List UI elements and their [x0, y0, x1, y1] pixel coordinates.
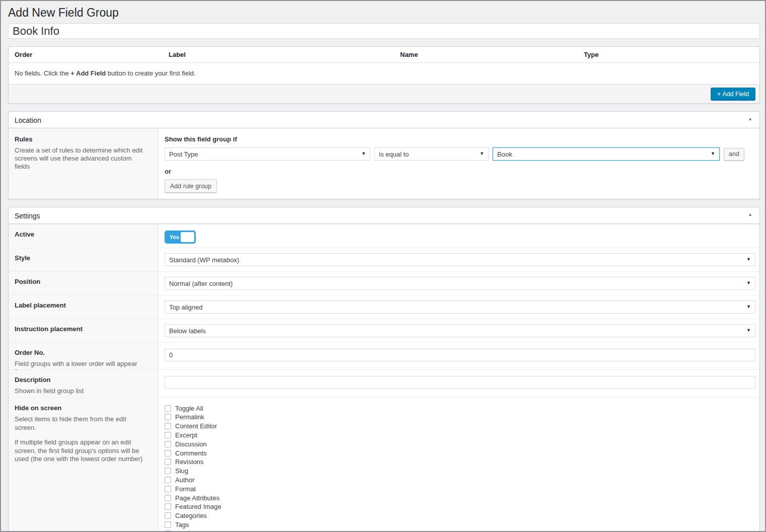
- checkbox-row-tags[interactable]: Tags: [165, 520, 755, 529]
- checkbox-label: Content Editor: [175, 422, 217, 430]
- setting-row-hide-on-screen: Hide on screen Select items to hide them…: [9, 398, 759, 532]
- style-content: Standard (WP metabox) ▼: [159, 248, 759, 271]
- dropdown-arrow-icon: ▼: [361, 151, 366, 156]
- active-label: Active: [15, 231, 148, 238]
- hide-on-screen-hint-secondary: If multiple field groups appear on an ed…: [15, 438, 148, 464]
- add-rule-group-button[interactable]: Add rule group: [165, 179, 217, 193]
- position-content: Normal (after content) ▼: [159, 272, 759, 295]
- checkbox-row-send-trackbacks[interactable]: Send Trackbacks: [165, 529, 755, 532]
- active-toggle-on-text: Yes: [170, 234, 179, 240]
- setting-row-description: Description Shown in field group list: [9, 369, 759, 398]
- checkbox-row-categories[interactable]: Categories: [165, 511, 755, 520]
- checkbox[interactable]: [165, 441, 171, 447]
- checkbox-row-author[interactable]: Author: [165, 476, 755, 485]
- field-group-title-input[interactable]: [8, 23, 760, 39]
- checkbox[interactable]: [165, 521, 171, 528]
- order-no-input[interactable]: [165, 349, 755, 361]
- description-label-column: Description Shown in field group list: [9, 370, 159, 398]
- setting-row-position: Position Normal (after content) ▼: [9, 271, 759, 295]
- rules-description: Create a set of rules to determine which…: [15, 146, 148, 171]
- checkbox[interactable]: [165, 432, 171, 438]
- checkbox[interactable]: [165, 486, 171, 492]
- dropdown-arrow-icon: ▼: [746, 281, 751, 285]
- label-placement-content: Top aligned ▼: [159, 295, 759, 319]
- checkbox-label: Excerpt: [175, 431, 197, 439]
- description-content: [159, 370, 759, 398]
- hide-on-screen-label: Hide on screen: [15, 404, 148, 412]
- acf-add-field-group-page: Add New Field Group Order Label Name Typ…: [1, 1, 765, 531]
- checkbox[interactable]: [165, 503, 171, 510]
- setting-row-style: Style Standard (WP metabox) ▼: [9, 248, 759, 271]
- checkbox[interactable]: [165, 495, 171, 501]
- checkbox-row-discussion[interactable]: Discussion: [165, 439, 755, 448]
- no-fields-text-suffix: button to create your first field.: [106, 69, 195, 77]
- position-label-column: Position: [9, 272, 159, 295]
- checkbox[interactable]: [165, 459, 171, 465]
- rule-param-value: Post Type: [169, 150, 198, 158]
- checkbox[interactable]: [165, 405, 171, 412]
- checkbox-row-page-attributes[interactable]: Page Attributes: [165, 493, 755, 502]
- checkbox-row-format[interactable]: Format: [165, 484, 755, 493]
- checkbox[interactable]: [165, 423, 171, 429]
- checkbox[interactable]: [165, 414, 171, 420]
- rule-operator-value: is equal to: [379, 150, 409, 158]
- label-placement-label: Label placement: [15, 301, 148, 309]
- toggle-knob: [181, 232, 194, 242]
- checkbox-row-content-editor[interactable]: Content Editor: [165, 422, 755, 431]
- checkbox[interactable]: [165, 450, 171, 457]
- description-input[interactable]: [165, 376, 755, 389]
- position-select[interactable]: Normal (after content) ▼: [165, 277, 755, 290]
- fields-table: Order Label Name Type No fields. Click t…: [8, 46, 760, 104]
- checkbox-row-comments[interactable]: Comments: [165, 448, 755, 458]
- page-title: Add New Field Group: [1, 1, 765, 23]
- label-placement-select[interactable]: Top aligned ▼: [165, 300, 755, 314]
- checkbox-label: Send Trackbacks: [175, 530, 225, 532]
- checkbox[interactable]: [165, 512, 171, 519]
- rule-operator-select[interactable]: is equal to ▼: [374, 147, 489, 161]
- checkbox-label: Format: [175, 485, 196, 493]
- checkbox-label: Author: [175, 476, 194, 484]
- collapse-panel-icon[interactable]: ▲: [748, 117, 752, 121]
- add-and-rule-button[interactable]: and: [724, 148, 744, 161]
- column-header-order: Order: [15, 51, 169, 58]
- setting-row-active: Active Yes: [9, 224, 759, 248]
- hide-on-screen-hint-primary: Select items to hide them from the edit …: [15, 415, 148, 432]
- add-field-button[interactable]: + Add Field: [711, 88, 755, 101]
- instruction-placement-select[interactable]: Below labels ▼: [165, 324, 755, 337]
- instruction-placement-label-column: Instruction placement: [9, 319, 159, 342]
- active-toggle[interactable]: Yes: [165, 231, 196, 244]
- location-panel-body: Rules Create a set of rules to determine…: [9, 128, 759, 199]
- checkbox-row-toggle-all[interactable]: Toggle All: [165, 404, 755, 413]
- location-rules-content: Show this field group if Post Type ▼ is …: [159, 128, 759, 199]
- rule-value-select[interactable]: Book ▼: [493, 147, 720, 161]
- active-label-column: Active: [9, 224, 159, 248]
- checkbox-label: Featured Image: [175, 503, 221, 510]
- position-label: Position: [15, 278, 148, 285]
- checkbox-label: Categories: [175, 512, 207, 519]
- checkbox-row-excerpt[interactable]: Excerpt: [165, 431, 755, 440]
- style-select[interactable]: Standard (WP metabox) ▼: [165, 253, 755, 266]
- collapse-panel-icon[interactable]: ▲: [748, 212, 752, 217]
- checkbox-row-revisions[interactable]: Revisions: [165, 458, 755, 467]
- checkbox[interactable]: [165, 477, 171, 483]
- settings-panel: Settings ▲ Active Yes Style Standard (W: [8, 207, 760, 532]
- location-panel-title: Location: [15, 116, 41, 124]
- location-panel-header: Location ▲: [9, 112, 759, 128]
- column-header-type: Type: [584, 51, 759, 58]
- checkbox-label: Page Attributes: [175, 494, 219, 502]
- checkbox-row-featured-image[interactable]: Featured Image: [165, 502, 755, 511]
- checkbox-label: Comments: [175, 449, 207, 457]
- location-panel: Location ▲ Rules Create a set of rules t…: [8, 111, 760, 199]
- rules-label: Rules: [15, 135, 148, 143]
- checkbox-label: Tags: [175, 521, 189, 528]
- style-label: Style: [15, 254, 148, 262]
- checkbox[interactable]: [165, 468, 171, 474]
- checkbox-row-slug[interactable]: Slug: [165, 467, 755, 476]
- order-no-content: [159, 343, 759, 369]
- dropdown-arrow-icon: ▼: [746, 305, 751, 309]
- rule-param-select[interactable]: Post Type ▼: [165, 147, 370, 161]
- column-header-name: Name: [400, 51, 584, 58]
- checkbox-row-permalink[interactable]: Permalink: [165, 413, 755, 422]
- location-rule-row: Post Type ▼ is equal to ▼ Book ▼ and: [165, 147, 755, 161]
- style-select-value: Standard (WP metabox): [169, 256, 239, 264]
